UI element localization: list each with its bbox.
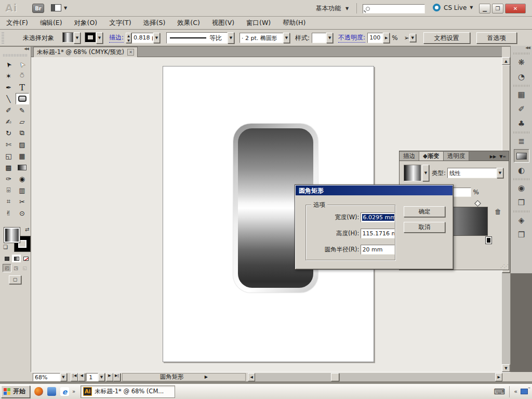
perspective-grid-tool[interactable]: ▦ (16, 150, 29, 162)
symbol-sprayer-tool[interactable]: ⌹ (2, 184, 16, 196)
style-dropdown[interactable]: ▼ (326, 33, 333, 43)
chevron-down-icon[interactable]: ▼ (497, 168, 503, 178)
close-tab-icon[interactable]: ✕ (127, 49, 134, 56)
artboard-tool[interactable]: ⌗ (2, 196, 16, 207)
show-desktop-icon[interactable] (47, 387, 56, 396)
ok-button[interactable]: 确定 (404, 206, 445, 217)
menu-edit[interactable]: 编辑(E) (40, 19, 62, 28)
width-field[interactable]: 6.0295 mm (361, 212, 395, 222)
horizontal-scroll-thumb[interactable] (331, 373, 339, 381)
color-button[interactable] (3, 255, 11, 262)
close-button[interactable]: ✕ (505, 4, 526, 14)
layers-panel-icon[interactable]: ◈ (514, 214, 529, 227)
scale-tool[interactable]: ⧉ (16, 127, 29, 139)
gradient-swatch[interactable] (404, 165, 421, 181)
chevron-down-icon[interactable]: ▼ (98, 373, 105, 381)
artboards-panel-icon[interactable]: ❐ (514, 228, 529, 242)
free-transform-tool[interactable]: ▨ (16, 139, 29, 150)
draw-inside-button[interactable]: ◱ (20, 264, 29, 272)
collapse-dock-icon[interactable]: ◀◀ (511, 46, 532, 52)
tab-stroke[interactable]: 描边 (400, 152, 419, 161)
magic-wand-tool[interactable]: ✶ (2, 70, 16, 82)
paintbrush-tool[interactable]: ✐ (2, 104, 16, 116)
dialog-titlebar[interactable]: 圆角矩形 (296, 185, 453, 195)
brushes-panel-icon[interactable]: ✐ (514, 102, 529, 116)
scroll-up-icon[interactable]: ▲ (502, 57, 510, 65)
blend-tool[interactable]: ◉ (16, 173, 29, 184)
panel-grip[interactable] (513, 52, 529, 55)
graphic-styles-panel-icon[interactable]: ❒ (514, 196, 529, 209)
horizontal-scrollbar[interactable]: ◀ ▶ (248, 373, 502, 381)
prev-artboard-button[interactable]: ◀ (78, 373, 85, 381)
stroke-panel-link[interactable]: 描边: (109, 33, 124, 43)
status-flyout-icon[interactable]: ▶ (205, 375, 208, 379)
gradient-swatch-dropdown[interactable]: ▼ (422, 165, 429, 181)
draw-behind-button[interactable]: ◳ (11, 264, 20, 272)
minimize-button[interactable]: ▁ (479, 4, 490, 14)
transparency-panel-icon[interactable]: ◐ (514, 164, 529, 177)
profile-dropdown[interactable]: ▼ (228, 32, 234, 44)
menu-object[interactable]: 对象(O) (74, 19, 98, 28)
gradient-type-combo[interactable]: 线性 ▼ (447, 168, 503, 178)
last-artboard-button[interactable]: ▶| (113, 373, 121, 381)
shape-builder-tool[interactable]: ◱ (2, 150, 16, 162)
selection-tool[interactable]: ➤ (2, 59, 16, 70)
slice-tool[interactable]: ✂ (16, 196, 29, 207)
delete-stop-icon[interactable]: 🗑 (495, 208, 501, 216)
gradient-color-stop[interactable] (486, 237, 491, 244)
menu-help[interactable]: 帮助(H) (283, 19, 305, 28)
stroke-panel-icon[interactable]: ≣ (514, 135, 529, 148)
panel-overflow-icon[interactable]: ▶▶ (490, 154, 496, 159)
collapse-toolbar-icon[interactable]: ◀◀ (0, 47, 31, 53)
blob-brush-tool[interactable]: ✍ (2, 116, 16, 127)
draw-normal-button[interactable]: ◰ (3, 264, 11, 272)
gradient-midpoint-stop[interactable] (474, 200, 481, 207)
gradient-panel-icon[interactable] (514, 149, 529, 163)
illustrator-task-button[interactable]: Ai 未标题-1* @ 68% (CM... (81, 385, 175, 398)
stroke-weight-stepper[interactable]: ▲▼ (126, 33, 131, 43)
rounded-rectangle-tool[interactable] (16, 93, 29, 104)
direct-selection-tool[interactable]: ➤ (16, 59, 29, 70)
type-tool[interactable]: T (16, 82, 29, 93)
screen-mode-button[interactable]: ▢ (9, 275, 21, 284)
document-tab[interactable]: 未标题-1* @ 68% (CMYK/预览) ✕ (33, 47, 138, 57)
width-profile-combo[interactable]: 等比 (166, 32, 228, 44)
radius-field[interactable]: 20 mm (361, 245, 395, 255)
opacity-field[interactable]: 100 (367, 33, 383, 43)
brush-combo[interactable]: · 2 pt. 椭圆形 (240, 33, 283, 43)
stroke-color-combo[interactable]: ▼ (85, 32, 103, 44)
pen-tool[interactable]: ✒ (2, 82, 16, 93)
eyedropper-tool[interactable]: ✑ (2, 173, 16, 184)
chevron-down-icon[interactable]: ▼ (96, 32, 103, 44)
document-setup-button[interactable]: 文档设置 (423, 32, 470, 44)
height-field[interactable]: 115.1716 mm (361, 229, 395, 238)
opacity-dropdown[interactable]: ▶ (383, 33, 390, 43)
select-similar-dropdown[interactable]: ▼ (409, 34, 416, 42)
scroll-right-icon[interactable]: ▶ (495, 373, 502, 381)
network-icon[interactable] (521, 389, 528, 394)
gradient-button[interactable] (12, 255, 21, 262)
column-graph-tool[interactable]: ▥ (16, 184, 29, 196)
select-similar-icon[interactable]: ➢ (404, 34, 409, 42)
status-display[interactable]: 圆角矩形 ▶ (122, 373, 246, 381)
scroll-down-icon[interactable]: ▼ (502, 364, 510, 372)
chevron-down-icon[interactable]: ▼ (74, 32, 81, 44)
next-artboard-button[interactable]: ▶ (106, 373, 113, 381)
fill-color-combo[interactable]: ▼ (62, 32, 81, 44)
panel-grip[interactable] (3, 54, 28, 57)
lasso-tool[interactable]: ⍥ (16, 70, 29, 82)
none-button[interactable] (21, 255, 30, 262)
scroll-left-icon[interactable]: ◀ (248, 373, 255, 381)
chevron-down-icon[interactable]: ▼ (60, 373, 67, 381)
menu-window[interactable]: 窗口(W) (246, 19, 271, 28)
start-button[interactable]: 开始 (1, 385, 30, 398)
panel-menu-icon[interactable]: ▼≡ (499, 154, 506, 159)
appearance-panel-icon[interactable]: ◉ (514, 181, 529, 195)
zoom-tool[interactable]: ⊙ (16, 207, 29, 219)
pencil-tool[interactable]: ✎ (16, 104, 29, 116)
menu-type[interactable]: 文字(T) (109, 19, 131, 28)
swatches-panel-icon[interactable]: ▦ (514, 88, 529, 101)
opacity-panel-link[interactable]: 不透明度: (338, 33, 365, 43)
symbols-panel-icon[interactable]: ♣ (514, 117, 529, 130)
fill-proxy-swatch[interactable] (4, 228, 20, 243)
